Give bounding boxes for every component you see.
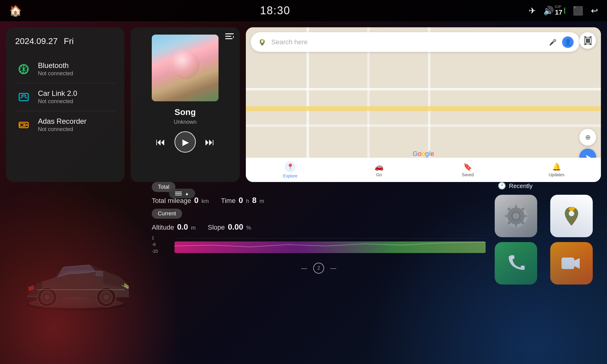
airplane-icon: ✈ [529,6,536,16]
map-layers-button[interactable] [579,32,596,49]
updates-label: Updates [549,172,565,177]
album-sphere [170,50,200,80]
album-art-inner [152,35,219,101]
map-card: Search here 🎤 👤 Google ⊕ ➤ [246,27,601,182]
carlink-icon [15,89,32,105]
music-card: Song Unknown ⏮ ▶ ⏭ [131,27,240,182]
home-button[interactable]: 🏠 [9,5,22,17]
collapse-button[interactable]: ▲ [169,189,195,198]
explore-label: Explore [283,174,297,178]
window-icon[interactable]: ⬛ [573,6,583,16]
updates-icon: 🔔 [552,163,561,171]
info-card: 2024.09.27 Fri Bluetooth Not connected [6,27,124,182]
svg-rect-7 [225,33,234,34]
volume-icon: 🔊 [543,6,554,16]
music-controls: ⏮ ▶ ⏭ [156,131,215,153]
adas-name: Adas Recorder [38,117,86,126]
map-road [246,124,601,127]
prev-button[interactable]: ⏮ [156,136,165,148]
bluetooth-name: Bluetooth [38,61,73,70]
volume-bar [564,8,565,14]
album-art [152,35,219,101]
svg-point-3 [21,97,22,98]
location-button[interactable]: ⊕ [579,129,596,146]
volume-level: 17 [555,8,562,16]
saved-label: Saved [462,172,474,177]
adas-info: Adas Recorder Not connected [38,117,86,133]
map-nav-saved[interactable]: 🔖 Saved [423,163,512,177]
map-nav-explore[interactable]: 📍 Explore [246,161,335,178]
queue-icon[interactable] [225,33,234,42]
back-icon[interactable]: ↩ [591,6,598,16]
google-watermark: Google [412,150,434,158]
map-road-yellow [246,106,601,111]
day-display: Fri [64,36,74,46]
saved-icon: 🔖 [463,163,472,171]
song-title: Song [175,107,196,117]
collapse-triangle-icon: ▲ [185,191,189,196]
adas-status: Not connected [38,126,86,133]
svg-rect-14 [586,39,590,43]
adas-connection[interactable]: Adas Recorder Not connected [15,111,115,139]
date-row: 2024.09.27 Fri [15,36,115,46]
user-icon[interactable]: 👤 [562,36,574,48]
volume-source-label: DJP [555,5,562,8]
collapse-bar: ▲ [124,185,240,202]
main-content: 2024.09.27 Fri Bluetooth Not connected [0,21,607,364]
search-input[interactable]: Search here [271,38,543,46]
bluetooth-connection[interactable]: Bluetooth Not connected [15,55,115,83]
volume-control[interactable]: 🔊 DJP 17 [543,5,565,16]
play-icon: ▶ [182,137,189,147]
svg-rect-8 [225,36,231,37]
play-button[interactable]: ▶ [175,131,196,153]
map-road [246,88,601,90]
adas-icon [15,116,32,133]
svg-marker-10 [233,36,234,38]
go-icon: 🚗 [375,163,384,171]
bluetooth-icon [15,61,32,77]
collapse-lines-icon [175,192,182,195]
explore-icon: 📍 [285,161,296,172]
svg-point-4 [25,97,26,98]
date-display: 2024.09.27 [15,36,58,46]
carlink-connection[interactable]: Car Link 2.0 Not connected [15,83,115,111]
map-bottom-nav: 📍 Explore 🚗 Go 🔖 Saved 🔔 Updates [246,158,601,182]
top-row: 2024.09.27 Fri Bluetooth Not connected [0,21,607,185]
next-button[interactable]: ⏭ [205,136,215,148]
bluetooth-status: Not connected [38,70,73,77]
carlink-name: Car Link 2.0 [38,89,77,98]
microphone-icon[interactable]: 🎤 [547,36,558,48]
go-label: Go [376,172,382,177]
map-nav-updates[interactable]: 🔔 Updates [512,163,601,177]
clock: 18:30 [260,4,290,17]
svg-rect-9 [225,38,232,39]
svg-rect-6 [20,123,24,126]
bluetooth-info: Bluetooth Not connected [38,61,73,77]
song-artist: Unknown [174,119,196,125]
map-search-bar[interactable]: Search here 🎤 👤 [251,32,580,52]
google-maps-logo [257,37,268,48]
map-nav-go[interactable]: 🚗 Go [335,163,424,177]
status-bar: 🏠 18:30 ✈ 🔊 DJP 17 ⬛ ↩ [0,0,607,21]
svg-point-12 [261,40,263,43]
carlink-status: Not connected [38,98,77,105]
carlink-info: Car Link 2.0 Not connected [38,89,77,105]
